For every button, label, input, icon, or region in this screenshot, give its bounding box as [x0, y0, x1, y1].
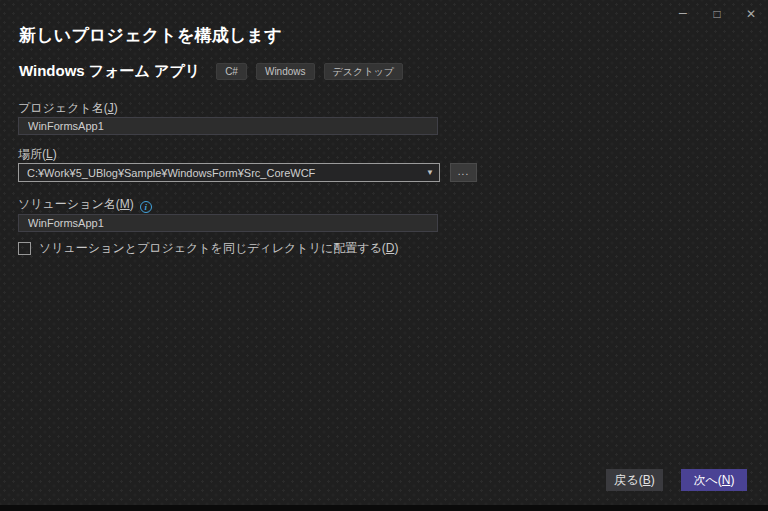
location-combobox[interactable]: C:¥Work¥5_UBlog¥Sample¥WindowsForm¥Src_C… — [18, 163, 440, 182]
same-directory-row: ソリューションとプロジェクトを同じディレクトリに配置する(D) — [18, 240, 398, 257]
template-name: Windows フォーム アプリ — [19, 62, 200, 81]
maximize-button[interactable]: □ — [700, 0, 734, 28]
minimize-icon: – — [679, 4, 687, 20]
back-button[interactable]: 戻る(B) — [606, 469, 663, 491]
solution-name-mnemonic: M — [120, 197, 130, 211]
project-name-label-close: ) — [114, 101, 118, 115]
back-label-text: 戻る( — [614, 473, 642, 487]
maximize-icon: □ — [713, 7, 720, 21]
template-tags: C# Windows デスクトップ — [216, 63, 403, 80]
solution-name-input[interactable] — [18, 214, 438, 232]
back-button-label: 戻る(B) — [614, 472, 654, 489]
next-button-label: 次へ(N) — [694, 472, 735, 489]
same-directory-label-text: ソリューションとプロジェクトを同じディレクトリに配置する( — [39, 241, 386, 255]
template-summary: Windows フォーム アプリ C# Windows デスクトップ — [19, 62, 403, 80]
tag-project-type: デスクトップ — [324, 63, 403, 80]
chevron-down-icon[interactable]: ▼ — [421, 168, 439, 177]
window-bottom-edge — [0, 505, 768, 511]
window-controls: – □ ✕ — [666, 0, 768, 28]
solution-name-label: ソリューション名(M)i — [18, 196, 152, 213]
same-directory-checkbox[interactable] — [18, 242, 31, 255]
same-directory-label: ソリューションとプロジェクトを同じディレクトリに配置する(D) — [39, 240, 398, 257]
close-icon: ✕ — [746, 7, 756, 21]
location-label-text: 場所( — [18, 147, 46, 161]
tag-platform: Windows — [256, 63, 315, 80]
location-label: 場所(L) — [18, 146, 57, 163]
location-mnemonic: L — [46, 147, 53, 161]
close-button[interactable]: ✕ — [734, 0, 768, 28]
back-mnemonic: B — [643, 473, 651, 487]
browse-location-button[interactable]: ... — [450, 163, 477, 182]
solution-name-label-close: ) — [130, 197, 134, 211]
same-directory-label-close: ) — [394, 241, 398, 255]
next-button[interactable]: 次へ(N) — [681, 469, 747, 491]
location-label-close: ) — [53, 147, 57, 161]
project-name-input[interactable] — [18, 117, 438, 135]
solution-name-label-text: ソリューション名( — [18, 197, 120, 211]
back-label-close: ) — [651, 473, 655, 487]
project-name-label-text: プロジェクト名( — [18, 101, 108, 115]
next-label-text: 次へ( — [694, 473, 722, 487]
configure-project-dialog: – □ ✕ 新しいプロジェクトを構成します Windows フォーム アプリ C… — [0, 0, 768, 511]
minimize-button[interactable]: – — [666, 0, 700, 28]
tag-language: C# — [216, 63, 247, 80]
info-icon[interactable]: i — [140, 201, 152, 213]
project-name-label: プロジェクト名(J) — [18, 100, 118, 117]
page-title: 新しいプロジェクトを構成します — [19, 24, 282, 47]
location-value: C:¥Work¥5_UBlog¥Sample¥WindowsForm¥Src_C… — [27, 167, 421, 179]
next-label-close: ) — [730, 473, 734, 487]
